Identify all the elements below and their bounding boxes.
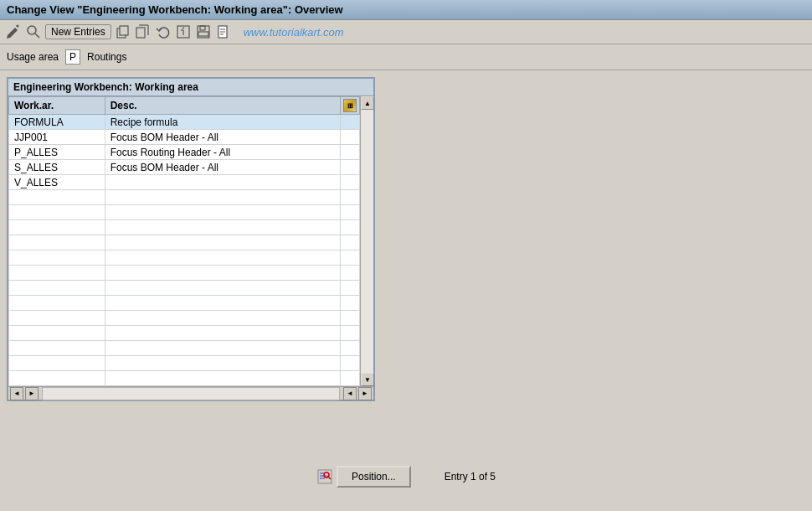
search-doc-icon[interactable]: [25, 23, 42, 40]
h-scroll-track: [42, 387, 340, 400]
position-button[interactable]: Position...: [337, 466, 411, 488]
table-row[interactable]: [9, 311, 360, 326]
empty-cell: [341, 250, 360, 266]
col-settings-icon[interactable]: ⊞: [341, 97, 360, 115]
table-row[interactable]: [9, 235, 360, 250]
h-scroll-next-button[interactable]: ►: [358, 387, 372, 400]
table-row[interactable]: [9, 281, 360, 296]
save-icon[interactable]: [195, 23, 212, 40]
table-row[interactable]: JJP001Focus BOM Header - All: [9, 130, 360, 145]
svg-rect-21: [320, 477, 325, 479]
work-cell: JJP001: [9, 130, 105, 145]
desc-cell: [105, 266, 340, 281]
usage-area-row: Usage area P Routings: [0, 44, 812, 70]
work-cell: [9, 205, 105, 220]
desc-cell: [105, 190, 340, 205]
svg-rect-13: [198, 32, 208, 36]
table-section-title: Engineering Workbench: Working area: [8, 79, 373, 96]
table-row[interactable]: [9, 296, 360, 311]
h-scroll-left-area: ◄ ►: [8, 387, 40, 400]
work-cell: [9, 220, 105, 235]
table-row[interactable]: [9, 326, 360, 341]
h-scroll-left-button[interactable]: ◄: [10, 387, 23, 400]
table-row[interactable]: [9, 190, 360, 205]
work-cell: [9, 250, 105, 266]
scroll-up-button[interactable]: ▲: [361, 96, 374, 110]
desc-cell: Focus BOM Header - All: [105, 160, 340, 175]
desc-cell: [105, 326, 340, 341]
empty-cell: [341, 281, 360, 296]
data-table: Work.ar. Desc. ⊞ FORMULARecipe formulaJJ…: [8, 96, 360, 386]
empty-cell: [341, 190, 360, 205]
table-row[interactable]: [9, 220, 360, 235]
empty-cell: [341, 326, 360, 341]
desc-cell: [105, 235, 340, 250]
desc-cell: [105, 311, 340, 326]
table-row[interactable]: V_ALLES: [9, 175, 360, 190]
empty-cell: [341, 371, 360, 386]
empty-cell: [341, 235, 360, 250]
undo-icon[interactable]: [155, 23, 172, 40]
table-row[interactable]: [9, 266, 360, 281]
table-row[interactable]: [9, 341, 360, 356]
work-cell: [9, 371, 105, 386]
work-cell: [9, 341, 105, 356]
title-bar: Change View "Engineering Workbench: Work…: [0, 0, 812, 20]
work-cell: S_ALLES: [9, 160, 105, 175]
svg-rect-12: [200, 26, 205, 30]
desc-cell: [105, 296, 340, 311]
table-row[interactable]: [9, 371, 360, 386]
col-header-work: Work.ar.: [9, 97, 105, 115]
empty-cell: [341, 205, 360, 220]
work-cell: [9, 296, 105, 311]
empty-cell: [341, 130, 360, 145]
vertical-scrollbar[interactable]: ▲ ▼: [360, 96, 373, 386]
table-row[interactable]: FORMULARecipe formula: [9, 115, 360, 130]
work-cell: V_ALLES: [9, 175, 105, 190]
position-button-area: Position...: [316, 466, 411, 488]
work-cell: [9, 190, 105, 205]
usage-area-label: Usage area: [7, 51, 59, 63]
table-container: Engineering Workbench: Working area Work…: [7, 77, 375, 401]
desc-cell: Focus Routing Header - All: [105, 145, 340, 160]
desc-cell: [105, 250, 340, 266]
usage-area-value: Routings: [87, 51, 126, 63]
desc-cell: [105, 281, 340, 296]
empty-cell: [341, 160, 360, 175]
desc-cell: [105, 371, 340, 386]
work-cell: [9, 356, 105, 371]
table-row[interactable]: [9, 250, 360, 266]
work-cell: P_ALLES: [9, 145, 105, 160]
svg-point-0: [28, 26, 36, 34]
empty-cell: [341, 341, 360, 356]
h-scroll-prev-button[interactable]: ◄: [343, 387, 357, 400]
watermark: www.tutorialkart.com: [244, 26, 344, 39]
info-icon[interactable]: [175, 23, 192, 40]
table-row[interactable]: [9, 205, 360, 220]
desc-cell: Focus BOM Header - All: [105, 130, 340, 145]
h-scroll-right-left-button[interactable]: ►: [25, 387, 39, 400]
new-entries-button[interactable]: New Entries: [45, 24, 111, 39]
copy2-icon[interactable]: [135, 23, 152, 40]
desc-cell: [105, 205, 340, 220]
doc-icon[interactable]: [215, 23, 232, 40]
table-row[interactable]: [9, 356, 360, 371]
empty-cell: [341, 296, 360, 311]
column-settings-icon[interactable]: ⊞: [343, 99, 357, 112]
svg-point-10: [182, 28, 184, 29]
desc-cell: [105, 341, 340, 356]
copy1-icon[interactable]: [115, 23, 131, 40]
empty-cell: [341, 175, 360, 190]
table-row[interactable]: S_ALLESFocus BOM Header - All: [9, 160, 360, 175]
svg-rect-20: [320, 475, 326, 477]
usage-area-type-box: P: [65, 49, 80, 65]
work-cell: [9, 266, 105, 281]
empty-cell: [341, 115, 360, 130]
svg-rect-4: [136, 28, 145, 38]
svg-rect-19: [320, 472, 324, 474]
empty-cell: [341, 311, 360, 326]
pencil-icon[interactable]: [5, 23, 22, 40]
desc-cell: [105, 220, 340, 235]
scroll-down-button[interactable]: ▼: [361, 373, 374, 386]
table-row[interactable]: P_ALLESFocus Routing Header - All: [9, 145, 360, 160]
